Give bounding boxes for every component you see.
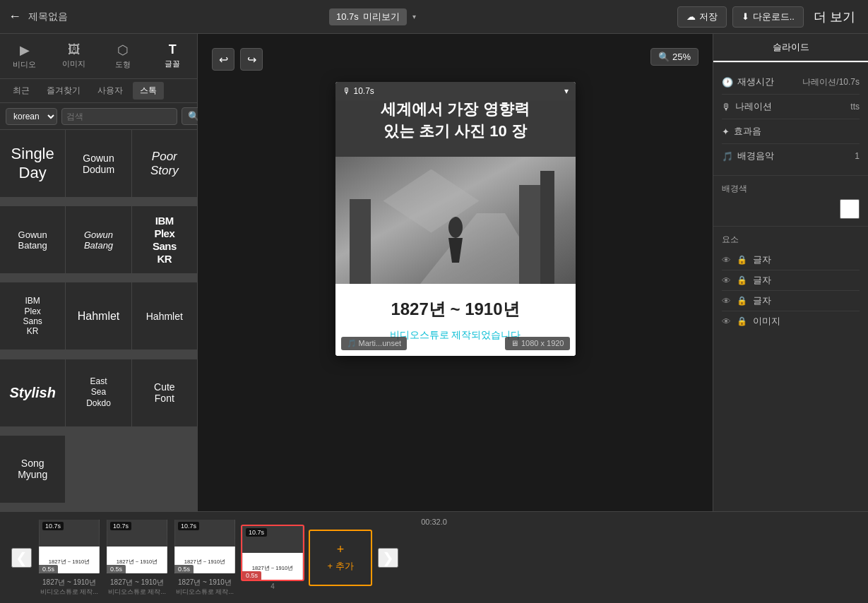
thumb-wrap-3: 1827년 ~ 1910년 10.7s 0.5s xyxy=(173,518,237,575)
right-properties: 🕐 재생시간 나레이션/10.7s 🎙 나레이션 tts ✦ 효과음 xyxy=(713,63,868,176)
element-row-image: 👁 🔒 이미지 xyxy=(722,311,860,331)
font-hahmlet[interactable]: Hahmlet xyxy=(66,282,131,350)
timeline-slide-2[interactable]: 1827년 ~ 1910년 10.7s 0.5s 1827년 ~ 1910년 비… xyxy=(105,518,169,597)
effects-icon: ✦ xyxy=(722,126,730,137)
thumb-sublabel-3: 비디오스튜로 제작... xyxy=(176,587,234,597)
elem-label-4: 이미지 xyxy=(753,315,860,328)
back-icon: ← xyxy=(8,9,21,24)
redo-button[interactable]: ↪ xyxy=(240,48,263,71)
lock-icon-2[interactable]: 🔒 xyxy=(737,275,747,285)
font-song-myung[interactable]: SongMyung xyxy=(0,436,65,503)
font-gowun-dodum[interactable]: GowunDodum xyxy=(66,130,131,197)
bg-music-label: 배경음악 xyxy=(737,150,774,162)
slide-dropdown[interactable]: ▾ xyxy=(564,86,569,96)
lock-icon-1[interactable]: 🔒 xyxy=(737,255,747,265)
font-stylish[interactable]: Stylish xyxy=(0,359,65,426)
slide-image xyxy=(335,157,576,284)
mic-icon: 🎙 xyxy=(343,86,351,96)
font-poor-story[interactable]: PoorStory xyxy=(132,130,197,197)
font-cute-font[interactable]: CuteFont xyxy=(132,359,197,426)
element-row-glyph2: 👁 🔒 글자 xyxy=(722,270,860,291)
download-button[interactable]: ⬇ 다운로드.. xyxy=(732,6,804,28)
element-row-glyph3: 👁 🔒 글자 xyxy=(722,291,860,311)
slide-header-bar: 🎙 10.7s ▾ xyxy=(335,82,576,100)
slide-footer-bar: 🎵 Marti...unset 🖥 1080 x 1920 xyxy=(335,337,576,350)
font-gowun-batang[interactable]: GowunBatang xyxy=(0,206,65,273)
back-button[interactable]: ← xyxy=(8,9,21,24)
music-label: 🎵 Marti...unset xyxy=(341,337,408,350)
tab-favorites[interactable]: 즐겨찾기 xyxy=(40,82,88,100)
timeline-slide-1[interactable]: 1827년 ~ 1910년 10.7s 0.5s 1827년 ~ 1910년 비… xyxy=(37,518,101,597)
play-time-label: 재생시간 xyxy=(737,76,774,88)
thumb-duration-4: 0.5s xyxy=(242,571,261,580)
thumb-time-1: 10.7s xyxy=(42,522,64,530)
font-gowun-batang2[interactable]: GowunBatang xyxy=(66,206,131,273)
slide-content: 세계에서 가장 영향력있는 초기 사진 10 장 xyxy=(335,82,576,356)
right-panel: 슬라이드 🕐 재생시간 나레이션/10.7s 🎙 나레이션 tts ✦ xyxy=(713,34,868,511)
visibility-icon-3[interactable]: 👁 xyxy=(722,296,731,306)
language-select[interactable]: korean english xyxy=(6,108,57,125)
narration-value: tts xyxy=(850,102,860,112)
clock-icon: 🕐 xyxy=(722,77,733,88)
thumb-wrap-2: 1827년 ~ 1910년 10.7s 0.5s xyxy=(105,518,169,575)
panel-search: korean english 🔍 xyxy=(0,103,197,130)
sidebar-item-video[interactable]: ▶ 비디오 xyxy=(0,38,49,74)
tab-recent[interactable]: 최근 xyxy=(6,82,37,100)
image-icon: 🖼 xyxy=(68,42,81,57)
sidebar-item-text[interactable]: T 글꼴 xyxy=(148,38,197,74)
thumb-label-2: 1827년 ~ 1910년 xyxy=(110,578,164,587)
slide-number-4: 4 xyxy=(270,583,275,590)
font-single-day[interactable]: SingleDay xyxy=(0,130,65,197)
sidebar-item-shape[interactable]: ⬡ 도형 xyxy=(99,38,148,74)
tab-slide[interactable]: 슬라이드 xyxy=(713,34,868,62)
elem-label-3: 글자 xyxy=(753,294,860,307)
element-row-glyph1: 👁 🔒 글자 xyxy=(722,250,860,270)
visibility-icon-4[interactable]: 👁 xyxy=(722,316,731,327)
narration-label: 나레이션 xyxy=(735,100,772,113)
sidebar-item-image[interactable]: 🖼 이미지 xyxy=(49,38,99,74)
mic-icon: 10.7s xyxy=(336,11,359,22)
font-east-sea-dokdo[interactable]: EastSeaDokdo xyxy=(66,359,131,426)
lock-icon-3[interactable]: 🔒 xyxy=(737,296,747,306)
font-ibm-plex-sans-kr[interactable]: IBMPlexSansKR xyxy=(132,206,197,273)
thumb-overlay-1: 10.7s xyxy=(39,520,100,532)
bg-color-label: 배경색 xyxy=(722,183,860,195)
tab-stock[interactable]: 스톡 xyxy=(133,82,164,100)
row-effects: ✦ 효과음 xyxy=(722,119,860,144)
more-button[interactable]: 더 보기 xyxy=(809,8,860,25)
timeline-slide-3[interactable]: 1827년 ~ 1910년 10.7s 0.5s 1827년 ~ 1910년 비… xyxy=(173,518,237,597)
font-ibm-plex-sans-kr2[interactable]: IBMPlexSansKR xyxy=(0,282,65,350)
timeline-slides: 1827년 ~ 1910년 10.7s 0.5s 1827년 ~ 1910년 비… xyxy=(37,518,372,597)
lock-icon-4[interactable]: 🔒 xyxy=(737,316,747,326)
save-button[interactable]: ☁ 저장 xyxy=(677,6,727,28)
panel-icon-row: ▶ 비디오 🖼 이미지 ⬡ 도형 T 글꼴 xyxy=(0,34,197,79)
add-slide-button[interactable]: + + 추가 xyxy=(309,530,372,586)
timeline-prev[interactable]: ❮ xyxy=(11,548,32,568)
slide-title: 세계에서 가장 영향력있는 초기 사진 10 장 xyxy=(350,99,561,143)
save-icon: ☁ xyxy=(686,11,696,22)
preview-dropdown[interactable]: ▾ xyxy=(412,13,416,20)
bg-color-swatch[interactable] xyxy=(840,199,860,219)
main-area: ▶ 비디오 🖼 이미지 ⬡ 도형 T 글꼴 최근 즐겨찾기 사용자 스톡 xyxy=(0,34,868,511)
zoom-value: 25% xyxy=(672,52,691,62)
tab-user[interactable]: 사용자 xyxy=(90,82,130,100)
search-input[interactable] xyxy=(61,108,177,125)
elem-label-1: 글자 xyxy=(753,253,860,266)
undo-button[interactable]: ↩ xyxy=(212,48,234,71)
monitor-icon: 🖥 xyxy=(511,339,518,347)
thumb-overlay-3: 10.7s xyxy=(174,520,235,532)
row-bg-music: 🎵 배경음악 1 xyxy=(722,144,860,168)
thumb-duration-2: 0.5s xyxy=(107,565,126,573)
timeline-slide-4[interactable]: 1827년 ~ 1910년 10.7s 0.5s 4 xyxy=(241,525,304,590)
elem-label-2: 글자 xyxy=(753,274,860,287)
save-label: 저장 xyxy=(699,11,718,23)
font-hahmlet2[interactable]: Hahmlet xyxy=(132,282,197,350)
visibility-icon-2[interactable]: 👁 xyxy=(722,275,731,286)
svg-text:1827년 ~ 1910년: 1827년 ~ 1910년 xyxy=(117,559,157,565)
panel-tabs: 최근 즐겨찾기 사용자 스톡 xyxy=(0,79,197,103)
timeline-next[interactable]: ❯ xyxy=(378,548,398,568)
video-label: 비디오 xyxy=(13,59,36,70)
svg-text:1827년 ~ 1910년: 1827년 ~ 1910년 xyxy=(184,559,225,565)
visibility-icon-1[interactable]: 👁 xyxy=(722,255,731,265)
thumb-time-4: 10.7s xyxy=(246,528,267,537)
